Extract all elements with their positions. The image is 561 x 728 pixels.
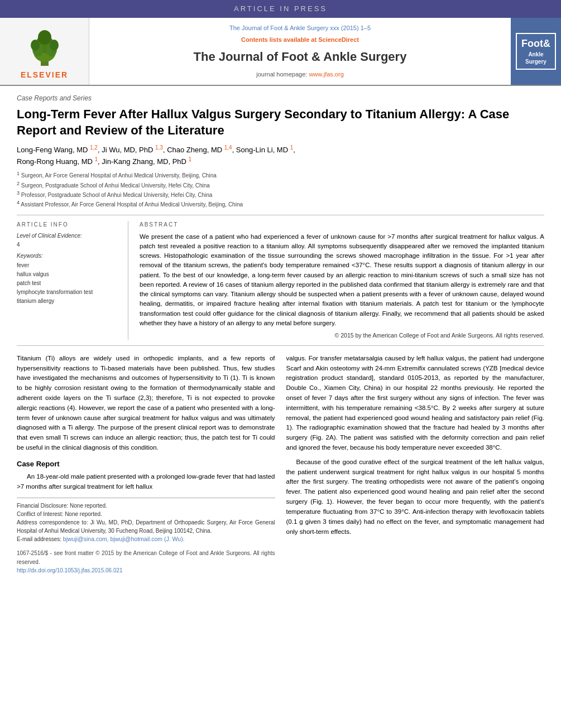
keyword-hallux: hallux valgus <box>17 270 120 279</box>
body-column-right: valgus. For transfer metatarsalgia cause… <box>286 354 545 575</box>
address-line: Address correspondence to: Ji Wu, MD, Ph… <box>17 518 275 535</box>
elsevier-logo: ELSEVIER <box>0 18 89 85</box>
evidence-value: 4 <box>17 241 120 249</box>
svg-point-3 <box>38 30 51 45</box>
keyword-patch: patch test <box>17 279 120 288</box>
keyword-fever: fever <box>17 261 120 270</box>
abstract-column: ABSTRACT We present the case of a patien… <box>140 221 544 340</box>
journal-title-area: The Journal of Foot & Ankle Surgery xxx … <box>89 18 511 85</box>
article-info-heading: ARTICLE INFO <box>17 221 120 229</box>
divider-2 <box>17 345 544 346</box>
ankle-label: Ankle <box>521 51 550 58</box>
conflict-interest: Conflict of Interest: None reported. <box>17 510 275 518</box>
email-label: E-mail addresses: <box>17 536 61 542</box>
surgery-label: Surgery <box>521 58 550 65</box>
journal-url[interactable]: www.jfas.org <box>309 71 343 78</box>
sciencedirect-label[interactable]: ScienceDirect <box>318 36 359 43</box>
email-link[interactable]: bjwuji@sina.com, bjwuji@hotmail.com (J. … <box>63 536 185 542</box>
abstract-text: We present the case of a patient who had… <box>140 232 544 329</box>
journal-main-title: The Journal of Foot & Ankle Surgery <box>194 49 407 66</box>
logo-inner: Foot& Ankle Surgery <box>516 33 556 69</box>
keywords-label: Keywords: <box>17 252 120 260</box>
footnotes: Financial Disclosure: None reported. Con… <box>17 498 275 544</box>
svg-point-6 <box>31 40 40 51</box>
keyword-titanium: titanium allergy <box>17 297 120 306</box>
keyword-lymphocyte: lymphocyte transformation test <box>17 288 120 297</box>
elsevier-tree-icon <box>20 28 70 68</box>
body-para-col2-2: Because of the good curative effect of t… <box>286 457 545 537</box>
email-line: E-mail addresses: bjwuji@sina.com, bjwuj… <box>17 535 275 544</box>
financial-disclosure: Financial Disclosure: None reported. <box>17 502 275 510</box>
article-info-column: ARTICLE INFO Level of Clinical Evidence:… <box>17 221 128 340</box>
article-info-abstract: ARTICLE INFO Level of Clinical Evidence:… <box>17 221 544 340</box>
issn-line: 1067-2516/$ - see front matter © 2015 by… <box>17 549 275 566</box>
main-content: Case Reports and Series Long-Term Fever … <box>0 86 561 581</box>
journal-logo-right: Foot& Ankle Surgery <box>511 18 561 85</box>
foot-label: Foot& <box>521 37 550 50</box>
article-in-press-banner: ARTICLE IN PRESS <box>0 0 561 18</box>
elsevier-label: ELSEVIER <box>21 70 68 81</box>
svg-point-7 <box>50 40 59 51</box>
journal-volume-link[interactable]: The Journal of Foot & Ankle Surgery xxx … <box>229 24 371 32</box>
case-report-heading: Case Report <box>17 459 275 470</box>
body-para-1: Titanium (Ti) alloys are widely used in … <box>17 354 275 453</box>
body-para-2: An 18-year-old male patient presented wi… <box>17 472 275 492</box>
doi-link[interactable]: http://dx.doi.org/10.1053/j.jfas.2015.06… <box>17 566 275 575</box>
body-column-left: Titanium (Ti) alloys are widely used in … <box>17 354 275 575</box>
copyright-line: © 2015 by the American College of Foot a… <box>140 331 544 340</box>
series-label: Case Reports and Series <box>17 94 544 103</box>
affiliations: 1 Surgeon, Air Force General Hospital of… <box>17 170 544 209</box>
divider-1 <box>17 215 544 215</box>
sciencedirect-info: Contents lists available at ScienceDirec… <box>241 36 359 44</box>
body-section: Titanium (Ti) alloys are widely used in … <box>17 354 544 575</box>
authors: Long-Feng Wang, MD 1,2, Ji Wu, MD, PhD 1… <box>17 144 544 167</box>
abstract-heading: ABSTRACT <box>140 221 544 229</box>
body-para-col2-1: valgus. For transfer metatarsalgia cause… <box>286 354 545 453</box>
journal-homepage: journal homepage: www.jfas.org <box>256 70 344 79</box>
evidence-label: Level of Clinical Evidence: <box>17 232 120 240</box>
article-title: Long-Term Fever After Hallux Valgus Surg… <box>17 107 544 138</box>
keywords-list: fever hallux valgus patch test lymphocyt… <box>17 261 120 306</box>
journal-header: ELSEVIER The Journal of Foot & Ankle Sur… <box>0 18 561 86</box>
